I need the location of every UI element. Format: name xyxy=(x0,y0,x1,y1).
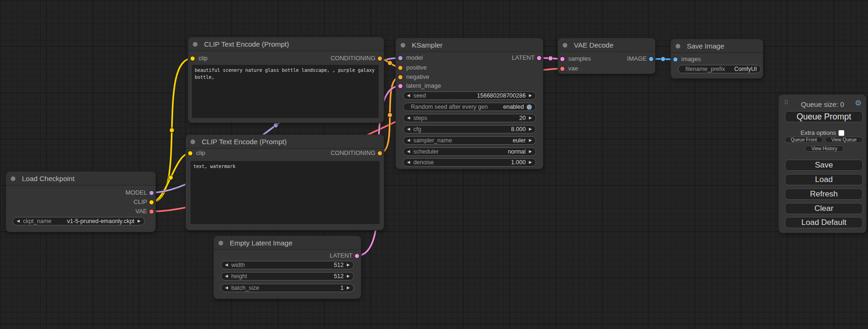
widget-value: 156680208700286 xyxy=(474,92,526,99)
decrement-arrow-icon[interactable]: ◀ xyxy=(225,284,228,292)
decrement-arrow-icon[interactable]: ◀ xyxy=(225,273,228,280)
queue-front-button[interactable]: Queue Front xyxy=(785,137,823,143)
widget-label: filename_prefix xyxy=(685,66,725,72)
graph-canvas[interactable]: Load CheckpointMODELCLIPVAE◀ckpt_namev1-… xyxy=(0,0,868,329)
save-button[interactable]: Save xyxy=(785,160,863,171)
prompt-textarea[interactable]: text, watermark xyxy=(191,161,380,224)
denoise-widget[interactable]: ◀denoise1.000▶ xyxy=(403,158,536,167)
extra-options-row: Extra options xyxy=(779,129,866,136)
decrement-arrow-icon[interactable]: ◀ xyxy=(225,261,228,269)
seed-widget[interactable]: ◀seed156680208700286▶ xyxy=(403,91,536,100)
decrement-arrow-icon[interactable]: ◀ xyxy=(407,114,410,122)
MODEL-output-label: MODEL xyxy=(126,189,147,196)
node-collapse-dot[interactable] xyxy=(11,176,15,181)
latent_image-input-slot[interactable] xyxy=(398,84,402,88)
load-default-button[interactable]: Load Default xyxy=(785,217,863,228)
vae-decode-node[interactable]: VAE DecodesamplesvaeIMAGE xyxy=(558,38,655,74)
CONDITIONING-output-slot[interactable] xyxy=(378,56,382,61)
increment-arrow-icon[interactable]: ▶ xyxy=(529,159,532,166)
node-title: Load Checkpoint xyxy=(6,172,155,186)
Random seed after every gen-widget[interactable]: Random seed after every genenabled xyxy=(403,103,536,111)
increment-arrow-icon[interactable]: ▶ xyxy=(138,217,141,225)
save-image-node[interactable]: Save Imageimagesfilename_prefixComfyUI xyxy=(671,39,763,78)
samples-input-slot[interactable] xyxy=(560,57,565,61)
clip-input-label: clip xyxy=(196,150,205,156)
gear-icon[interactable]: ⚙ xyxy=(855,98,861,107)
widget-label: steps xyxy=(413,115,427,121)
IMAGE-output-slot[interactable] xyxy=(649,57,653,61)
refresh-button[interactable]: Refresh xyxy=(785,189,863,200)
VAE-output-slot[interactable] xyxy=(149,210,154,214)
widget-value: v1-5-pruned-emaonly.ckpt xyxy=(64,218,134,224)
width-widget[interactable]: ◀width512▶ xyxy=(221,261,354,269)
node-collapse-dot[interactable] xyxy=(401,43,405,48)
CONDITIONING-output-slot[interactable] xyxy=(378,151,382,155)
images-input-slot[interactable] xyxy=(673,57,677,62)
MODEL-output-slot[interactable] xyxy=(149,191,154,195)
decrement-arrow-icon[interactable]: ◀ xyxy=(407,92,410,99)
load-button[interactable]: Load xyxy=(785,174,863,185)
link-midpoint-dot[interactable] xyxy=(548,56,553,61)
sampler_name-widget[interactable]: ◀sampler_nameeuler▶ xyxy=(403,136,536,145)
clip-encode-1-node[interactable]: CLIP Text Encode (Prompt)clipCONDITIONIN… xyxy=(188,37,384,123)
link-midpoint-dot[interactable] xyxy=(661,57,665,62)
widget-value: 8.000 xyxy=(508,126,526,133)
ksampler-node[interactable]: KSamplermodelpositivenegativelatent_imag… xyxy=(396,38,543,169)
LATENT-output-label: LATENT xyxy=(512,55,535,61)
increment-arrow-icon[interactable]: ▶ xyxy=(347,284,350,292)
scheduler-widget[interactable]: ◀schedulernormal▶ xyxy=(403,147,536,156)
load-checkpoint-node[interactable]: Load CheckpointMODELCLIPVAE◀ckpt_namev1-… xyxy=(6,172,155,232)
widget-label: Random seed after every gen xyxy=(411,104,488,110)
decrement-arrow-icon[interactable]: ◀ xyxy=(17,217,20,225)
clip-input-slot[interactable] xyxy=(188,151,192,155)
clip-input-slot[interactable] xyxy=(191,56,195,61)
increment-arrow-icon[interactable]: ▶ xyxy=(529,148,532,155)
widget-label: scheduler xyxy=(413,148,438,155)
height-widget[interactable]: ◀height512▶ xyxy=(221,272,354,280)
images-input-label: images xyxy=(681,56,701,63)
link-midpoint-dot[interactable] xyxy=(388,113,392,118)
link-midpoint-dot[interactable] xyxy=(169,128,174,133)
node-collapse-dot[interactable] xyxy=(563,43,567,48)
CLIP-output-slot[interactable] xyxy=(149,200,154,204)
ckpt_name-widget[interactable]: ◀ckpt_namev1-5-pruned-emaonly.ckpt▶ xyxy=(13,217,145,225)
positive-input-slot[interactable] xyxy=(398,66,402,70)
increment-arrow-icon[interactable]: ▶ xyxy=(529,126,532,133)
clip-encode-2-node[interactable]: CLIP Text Encode (Prompt)clipCONDITIONIN… xyxy=(186,135,384,230)
filename_prefix-widget[interactable]: filename_prefixComfyUI xyxy=(678,65,761,73)
batch_size-widget[interactable]: ◀batch_size1▶ xyxy=(221,284,354,292)
negative-input-slot[interactable] xyxy=(398,75,402,79)
clear-button[interactable]: Clear xyxy=(785,203,863,214)
link-midpoint-dot[interactable] xyxy=(274,123,278,128)
increment-arrow-icon[interactable]: ▶ xyxy=(529,137,532,144)
link-midpoint-dot[interactable] xyxy=(169,175,173,180)
queue-prompt-button[interactable]: Queue Prompt xyxy=(785,111,863,122)
increment-arrow-icon[interactable]: ▶ xyxy=(347,273,350,280)
LATENT-output-slot[interactable] xyxy=(537,56,541,60)
decrement-arrow-icon[interactable]: ◀ xyxy=(407,159,410,166)
extra-options-checkbox[interactable] xyxy=(839,130,844,136)
decrement-arrow-icon[interactable]: ◀ xyxy=(407,126,410,133)
decrement-arrow-icon[interactable]: ◀ xyxy=(407,137,410,144)
node-collapse-dot[interactable] xyxy=(676,44,680,49)
node-collapse-dot[interactable] xyxy=(191,140,195,144)
vae-input-slot[interactable] xyxy=(560,67,565,71)
node-collapse-dot[interactable] xyxy=(219,241,223,245)
steps-widget[interactable]: ◀steps20▶ xyxy=(403,114,536,122)
link-midpoint-dot[interactable] xyxy=(388,61,392,65)
decrement-arrow-icon[interactable]: ◀ xyxy=(407,148,410,155)
view-queue-button[interactable]: View Queue xyxy=(825,137,863,143)
CLIP-output-label: CLIP xyxy=(134,199,147,205)
increment-arrow-icon[interactable]: ▶ xyxy=(529,114,532,122)
increment-arrow-icon[interactable]: ▶ xyxy=(529,92,532,99)
node-collapse-dot[interactable] xyxy=(193,42,198,47)
prompt-textarea[interactable]: beautiful scenery nature glass bottle la… xyxy=(192,65,379,118)
model-input-slot[interactable] xyxy=(398,56,402,60)
toggle-dot[interactable] xyxy=(527,105,532,110)
empty-latent-node[interactable]: Empty Latent ImageLATENT◀width512▶◀heigh… xyxy=(214,236,361,299)
LATENT-output-slot[interactable] xyxy=(355,254,359,258)
samples-input-label: samples xyxy=(568,56,591,62)
cfg-widget[interactable]: ◀cfg8.000▶ xyxy=(403,125,536,133)
view-history-button[interactable]: View History xyxy=(805,146,844,152)
increment-arrow-icon[interactable]: ▶ xyxy=(347,261,350,269)
